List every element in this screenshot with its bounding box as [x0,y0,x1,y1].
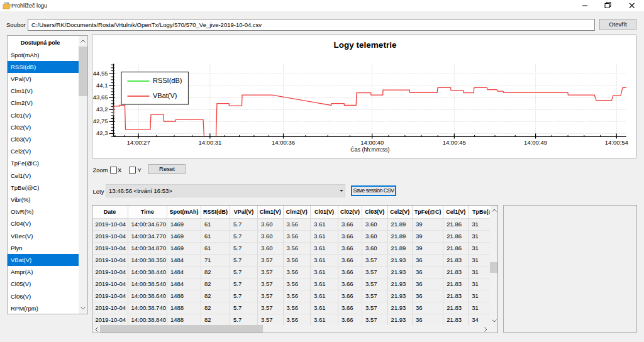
svg-text:Čas (hh:mm:ss): Čas (hh:mm:ss) [350,146,389,153]
svg-text:42,75: 42,75 [93,118,108,124]
svg-text:Logy telemetrie: Logy telemetrie [334,40,397,50]
svg-text:44,55: 44,55 [93,70,108,77]
svg-text:14:00:54: 14:00:54 [605,139,628,146]
svg-text:42,3: 42,3 [96,130,108,136]
svg-text:14:00:27: 14:00:27 [127,139,150,146]
svg-text:44,1: 44,1 [96,82,108,89]
svg-text:RSSI(dB): RSSI(dB) [153,77,182,84]
svg-text:14:00:31: 14:00:31 [198,139,221,146]
svg-text:VBat(V): VBat(V) [153,92,177,99]
svg-text:14:00:49: 14:00:49 [524,139,547,146]
svg-text:43,65: 43,65 [93,94,108,101]
svg-text:14:00:45: 14:00:45 [443,139,466,146]
svg-text:14:00:36: 14:00:36 [272,139,295,146]
svg-text:43,2: 43,2 [96,106,108,113]
svg-text:14:00:40: 14:00:40 [360,139,384,146]
